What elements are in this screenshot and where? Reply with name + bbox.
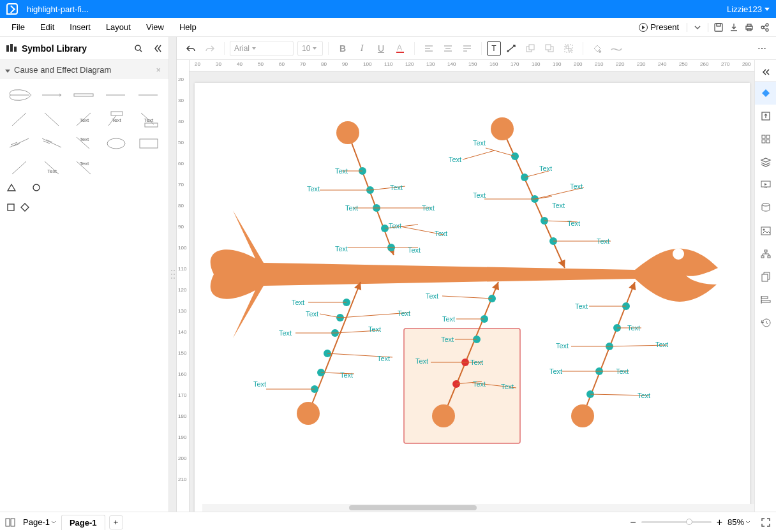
- rail-align-icon[interactable]: [755, 288, 777, 311]
- rail-present-icon[interactable]: [755, 174, 777, 196]
- shape-diamond[interactable]: [20, 203, 29, 212]
- menu-insert[interactable]: Insert: [62, 22, 98, 32]
- svg-rect-8: [6, 45, 9, 52]
- more-button[interactable]: ⋯: [753, 40, 771, 57]
- svg-point-23: [171, 277, 172, 279]
- shape-bone1[interactable]: [5, 108, 34, 130]
- shape-sub2[interactable]: [37, 133, 66, 154]
- shape-bone-box2[interactable]: Text: [134, 108, 163, 130]
- rail-grid-icon[interactable]: [755, 128, 777, 151]
- font-select[interactable]: Arial: [230, 41, 294, 56]
- shape-line-diag3[interactable]: Text: [70, 157, 99, 179]
- chevron-down-icon: [5, 65, 14, 75]
- shape-sub1[interactable]: [5, 133, 34, 154]
- shape-rect[interactable]: [134, 133, 163, 154]
- line-style-button[interactable]: [608, 40, 625, 57]
- shape-square[interactable]: [6, 203, 15, 212]
- connector-button[interactable]: [502, 40, 520, 57]
- undo-button[interactable]: [182, 40, 200, 57]
- shape-fishhead[interactable]: [5, 84, 34, 106]
- svg-point-85: [432, 404, 455, 427]
- shape-sub3[interactable]: Text: [70, 133, 99, 154]
- svg-rect-31: [546, 45, 551, 50]
- rail-tree-icon[interactable]: [755, 242, 777, 265]
- section-header[interactable]: Cause and Effect Diagram ×: [0, 60, 168, 79]
- save-icon[interactable]: [711, 20, 726, 35]
- horizontal-scrollbar[interactable]: [202, 504, 754, 512]
- shape-circle[interactable]: [22, 181, 66, 203]
- text-tool-button[interactable]: T: [487, 41, 501, 55]
- menu-edit[interactable]: Edit: [33, 22, 62, 32]
- search-icon[interactable]: [134, 44, 143, 53]
- zoom-out-button[interactable]: −: [630, 517, 636, 528]
- rail-data-icon[interactable]: [755, 196, 777, 219]
- shape-line2[interactable]: [134, 84, 163, 106]
- shape-line-thick[interactable]: [70, 84, 99, 106]
- collapse-left-icon[interactable]: [153, 44, 162, 53]
- fishbone-diagram[interactable]: [195, 83, 750, 512]
- rail-export-icon[interactable]: [755, 105, 777, 128]
- collapse-right-icon[interactable]: [755, 63, 776, 82]
- font-size-select[interactable]: 10: [297, 41, 323, 56]
- menu-help[interactable]: Help: [172, 22, 204, 32]
- pages-icon[interactable]: [5, 518, 17, 527]
- present-dropdown[interactable]: [690, 20, 705, 35]
- menu-file[interactable]: File: [4, 22, 33, 32]
- svg-rect-9: [10, 44, 13, 52]
- svg-rect-10: [14, 47, 17, 52]
- add-page-button[interactable]: +: [109, 515, 123, 529]
- layer-back-button[interactable]: [541, 40, 558, 57]
- rail-layers-icon[interactable]: [755, 151, 777, 174]
- shape-bone-box[interactable]: Text: [101, 108, 131, 130]
- sidebar-resize-handle[interactable]: [169, 37, 177, 512]
- shape-ellipse[interactable]: [101, 133, 131, 154]
- download-icon[interactable]: [726, 20, 742, 35]
- align-v-button[interactable]: [458, 40, 476, 57]
- shape-bone2[interactable]: [37, 108, 66, 130]
- underline-button[interactable]: U: [372, 40, 390, 57]
- svg-rect-121: [765, 250, 767, 252]
- shape-line[interactable]: [101, 84, 131, 106]
- page-dropdown[interactable]: Page-1: [23, 517, 56, 527]
- group-button[interactable]: [560, 40, 578, 57]
- canvas[interactable]: Text Text Text Text Text Text Text Text …: [190, 71, 754, 512]
- fill-button[interactable]: [588, 40, 606, 57]
- shapes-palette: Text Text Text Text Text Text: [0, 79, 168, 208]
- shape-line-diag2[interactable]: Text: [37, 157, 66, 179]
- layer-front-button[interactable]: [521, 40, 539, 57]
- svg-line-87: [442, 296, 492, 299]
- rail-history-icon[interactable]: [755, 311, 777, 334]
- play-icon: [639, 23, 648, 32]
- shape-bone-text1[interactable]: Text: [70, 108, 99, 130]
- svg-point-22: [174, 274, 175, 275]
- rail-fill-icon[interactable]: [755, 82, 777, 105]
- page-tab-1[interactable]: Page-1: [61, 515, 105, 530]
- print-icon[interactable]: [742, 20, 757, 35]
- menu-layout[interactable]: Layout: [98, 22, 138, 32]
- align-left-button[interactable]: [420, 40, 438, 57]
- present-button[interactable]: Present: [634, 22, 684, 32]
- svg-point-120: [763, 229, 765, 231]
- symbol-library-panel: Symbol Library Cause and Effect Diagram …: [0, 37, 169, 512]
- redo-button[interactable]: [201, 40, 219, 57]
- close-section-icon[interactable]: ×: [153, 65, 163, 75]
- zoom-slider[interactable]: [641, 521, 712, 523]
- share-icon[interactable]: [757, 20, 772, 35]
- align-center-button[interactable]: [439, 40, 457, 57]
- svg-point-11: [135, 45, 140, 50]
- zoom-in-button[interactable]: +: [717, 517, 722, 528]
- shape-line-diag1[interactable]: [5, 157, 34, 179]
- shape-line-arrow[interactable]: [37, 84, 66, 106]
- rail-image-icon[interactable]: [755, 219, 777, 242]
- font-color-button[interactable]: A: [391, 40, 409, 57]
- svg-rect-3: [747, 24, 751, 26]
- zoom-level[interactable]: 85%: [728, 517, 750, 527]
- rail-copy-icon[interactable]: [755, 265, 777, 288]
- italic-button[interactable]: I: [353, 40, 371, 57]
- user-menu[interactable]: Lizzie123: [727, 4, 770, 14]
- svg-rect-124: [762, 274, 768, 281]
- fullscreen-icon[interactable]: [761, 517, 771, 528]
- svg-rect-16: [140, 139, 158, 148]
- bold-button[interactable]: B: [334, 40, 352, 57]
- menu-view[interactable]: View: [138, 22, 172, 32]
